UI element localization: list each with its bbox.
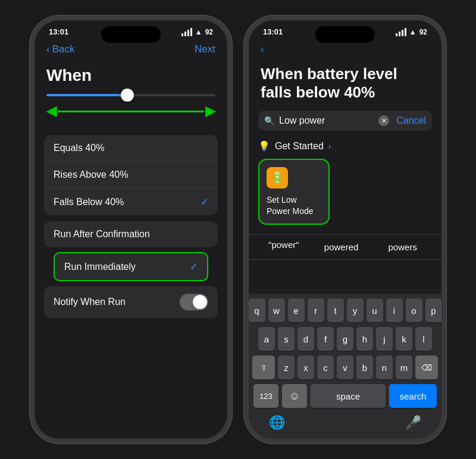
left-phone: 13:01 ▲ 92 ‹ Back Next Wh bbox=[30, 15, 232, 444]
run-after-label: Run After Confirmation bbox=[54, 229, 150, 240]
action-card-label: Set Low Power Mode bbox=[267, 194, 321, 216]
keyboard: q w e r t y u i o p a s d f g h j k bbox=[249, 294, 441, 439]
delete-key[interactable]: ⌫ bbox=[415, 356, 438, 379]
back-button-left[interactable]: ‹ Back bbox=[46, 43, 74, 55]
globe-icon[interactable]: 🌐 bbox=[269, 415, 285, 430]
battery-icon: 🔋 bbox=[267, 167, 288, 188]
arrow-right-icon: ▶ bbox=[205, 103, 215, 119]
key-k[interactable]: k bbox=[396, 327, 412, 351]
left-screen: 13:01 ▲ 92 ‹ Back Next Wh bbox=[35, 20, 227, 439]
key-d[interactable]: d bbox=[298, 327, 314, 351]
run-options-section: Run After Confirmation Run Immediately ✓… bbox=[44, 221, 218, 318]
next-button-left[interactable]: Next bbox=[195, 43, 215, 55]
key-n[interactable]: n bbox=[376, 356, 393, 379]
key-q[interactable]: q bbox=[249, 298, 265, 322]
slider-fill bbox=[46, 94, 127, 96]
back-button-right[interactable]: ‹ bbox=[261, 43, 264, 55]
autocomplete-bar: "power" powered powers bbox=[249, 234, 441, 260]
battery-left: 92 bbox=[205, 28, 213, 36]
key-t[interactable]: t bbox=[327, 298, 344, 322]
toggle-thumb bbox=[193, 295, 207, 309]
shift-key[interactable]: ⇧ bbox=[252, 356, 275, 379]
time-right: 13:01 bbox=[263, 27, 283, 36]
search-field[interactable]: Low power bbox=[279, 115, 374, 126]
key-j[interactable]: j bbox=[376, 327, 393, 351]
arrow-left-icon: ◀ bbox=[46, 103, 57, 119]
arrow-line bbox=[58, 111, 204, 112]
keyboard-bottom-row: 123 ☺ space search bbox=[251, 384, 439, 408]
space-key[interactable]: space bbox=[311, 384, 386, 408]
key-g[interactable]: g bbox=[337, 327, 353, 351]
notify-toggle[interactable] bbox=[180, 294, 208, 310]
emoji-key[interactable]: ☺ bbox=[282, 384, 307, 408]
key-p[interactable]: p bbox=[425, 298, 442, 322]
notify-when-run-item: Notify When Run bbox=[44, 286, 218, 318]
key-u[interactable]: u bbox=[367, 298, 383, 322]
key-l[interactable]: l bbox=[415, 327, 432, 351]
key-x[interactable]: x bbox=[298, 356, 314, 379]
run-after-confirmation-item: Run After Confirmation bbox=[44, 221, 218, 247]
chevron-left-icon: ‹ bbox=[46, 43, 50, 55]
dynamic-island-right bbox=[315, 26, 375, 43]
search-magnifier-icon: 🔍 bbox=[264, 116, 274, 125]
autocomplete-powers[interactable]: powers bbox=[384, 240, 422, 254]
get-started-row[interactable]: 💡 Get Started › bbox=[249, 138, 441, 159]
signal-icon-right bbox=[396, 28, 406, 36]
search-key[interactable]: search bbox=[389, 384, 437, 408]
slider-thumb[interactable] bbox=[121, 89, 134, 102]
key-m[interactable]: m bbox=[396, 356, 412, 379]
key-v[interactable]: v bbox=[337, 356, 353, 379]
signal-icon bbox=[181, 28, 192, 36]
key-y[interactable]: y bbox=[347, 298, 364, 322]
key-c[interactable]: c bbox=[317, 356, 334, 379]
search-clear-button[interactable]: ✕ bbox=[378, 115, 389, 126]
key-h[interactable]: h bbox=[356, 327, 373, 351]
slider-track[interactable] bbox=[46, 94, 215, 96]
bulb-icon: 💡 bbox=[258, 140, 270, 152]
key-e[interactable]: e bbox=[288, 298, 305, 322]
num-key[interactable]: 123 bbox=[253, 384, 278, 408]
keyboard-row-3: ⇧ z x c v b n m ⌫ bbox=[251, 356, 439, 379]
action-cards-area: 🔋 Set Low Power Mode bbox=[249, 159, 441, 234]
status-icons-left: ▲ 92 bbox=[181, 28, 213, 36]
autocomplete-power[interactable]: "power" bbox=[268, 240, 299, 254]
condition-falls-checkmark: ✓ bbox=[201, 196, 208, 208]
dynamic-island-left bbox=[101, 26, 161, 43]
key-b[interactable]: b bbox=[356, 356, 373, 379]
key-z[interactable]: z bbox=[278, 356, 295, 379]
back-label-left: Back bbox=[52, 43, 75, 55]
run-immediately[interactable]: Run Immediately ✓ bbox=[55, 253, 207, 280]
key-o[interactable]: o bbox=[406, 298, 422, 322]
section-title-left: When bbox=[35, 60, 227, 94]
key-f[interactable]: f bbox=[317, 327, 334, 351]
condition-equals-label: Equals 40% bbox=[54, 143, 104, 153]
key-s[interactable]: s bbox=[278, 327, 295, 351]
search-bar[interactable]: 🔍 Low power ✕ Cancel bbox=[258, 111, 432, 131]
keyboard-row-2: a s d f g h j k l bbox=[251, 327, 439, 351]
slider-arrows: ◀ ▶ bbox=[46, 102, 215, 120]
right-phone: 13:01 ▲ 92 ‹ When battery level falls be… bbox=[244, 15, 446, 444]
condition-rises[interactable]: Rises Above 40% bbox=[44, 162, 218, 188]
notify-label: Notify When Run bbox=[54, 297, 126, 307]
key-a[interactable]: a bbox=[258, 327, 275, 351]
notify-when-run[interactable]: Notify When Run bbox=[44, 286, 218, 318]
get-started-label: Get Started bbox=[275, 141, 324, 152]
condition-falls[interactable]: Falls Below 40% ✓ bbox=[44, 188, 218, 215]
wifi-icon-right: ▲ bbox=[409, 28, 416, 36]
mic-icon[interactable]: 🎤 bbox=[405, 415, 421, 430]
chevron-right-icon: › bbox=[328, 142, 331, 151]
slider-container: ◀ ▶ bbox=[35, 94, 227, 129]
key-i[interactable]: i bbox=[386, 298, 403, 322]
key-w[interactable]: w bbox=[268, 298, 285, 322]
key-r[interactable]: r bbox=[308, 298, 324, 322]
autocomplete-powered[interactable]: powered bbox=[320, 240, 364, 254]
search-cancel-button[interactable]: Cancel bbox=[394, 115, 426, 126]
condition-equals[interactable]: Equals 40% bbox=[44, 135, 218, 162]
next-label-left: Next bbox=[195, 43, 215, 55]
wifi-icon-left: ▲ bbox=[195, 28, 202, 36]
set-low-power-card[interactable]: 🔋 Set Low Power Mode bbox=[258, 159, 330, 224]
right-screen: 13:01 ▲ 92 ‹ When battery level falls be… bbox=[249, 20, 441, 439]
condition-falls-label: Falls Below 40% bbox=[54, 197, 124, 208]
run-after-confirmation[interactable]: Run After Confirmation bbox=[44, 221, 218, 247]
battery-right: 92 bbox=[419, 28, 427, 36]
